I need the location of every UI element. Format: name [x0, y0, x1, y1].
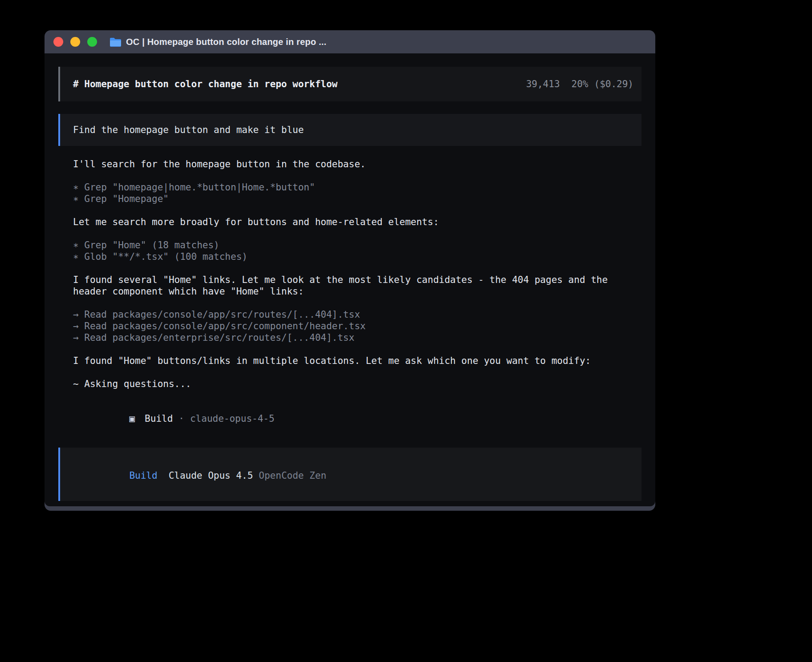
esc-key-hint: esc [120, 506, 137, 506]
folder-icon [110, 37, 122, 47]
active-model-label: Claude Opus 4.5 [169, 470, 253, 481]
transcript-line: I found several "Home" links. Let me loo… [73, 274, 641, 286]
transcript-line: I'll search for the homepage button in t… [73, 158, 641, 170]
tool-call-read: → Read packages/console/app/src/routes/[… [73, 309, 641, 320]
session-stats: 39,41320%($0.29) [526, 78, 633, 90]
tool-call-glob: ∗ Glob "**/*.tsx" (100 matches) [73, 251, 641, 262]
progress-dots: ········ [61, 506, 110, 506]
transcript-line: Let me search more broadly for buttons a… [73, 216, 641, 228]
user-message: Find the homepage button and make it blu… [58, 114, 641, 146]
keybind-commands: ctrl+pcommands [557, 506, 641, 506]
agent-name: Build [145, 413, 173, 424]
terminal-window: OC | Homepage button color change in rep… [45, 30, 655, 511]
window-title: OC | Homepage button color change in rep… [126, 37, 326, 47]
tool-call-read: → Read packages/enterprise/src/routes/[.… [73, 332, 641, 343]
separator-dot: · [179, 413, 184, 424]
prompt-input[interactable]: BuildClaude Opus 4.5OpenCode Zen [58, 448, 641, 501]
status-bar-right: ctrl+tvariants tabagents ctrl+pcommands [380, 506, 641, 506]
session-header: # Homepage button color change in repo w… [58, 67, 641, 101]
keybind-agents: tabagents [483, 506, 539, 506]
status-asking-questions: ~ Asking questions... [73, 378, 641, 390]
tool-call-grep: ∗ Grep "Homepage" [73, 193, 641, 205]
traffic-lights [53, 37, 97, 47]
session-title: # Homepage button color change in repo w… [73, 78, 337, 90]
window-titlebar[interactable]: OC | Homepage button color change in rep… [45, 30, 655, 53]
tool-call-read: → Read packages/console/app/src/componen… [73, 320, 641, 332]
status-bar: ········ esc interrupt ctrl+tvariants ta… [58, 505, 641, 506]
model-info-row: BuildClaude Opus 4.5OpenCode Zen [73, 458, 629, 493]
terminal-screen: # Homepage button color change in repo w… [45, 53, 655, 506]
context-percent: 20% [572, 79, 589, 89]
tool-call-grep: ∗ Grep "homepage|home.*button|Home.*butt… [73, 182, 641, 193]
assistant-transcript: I'll search for the homepage button in t… [73, 158, 641, 436]
active-agent-label: Build [129, 470, 157, 481]
keybind-variants: ctrl+tvariants [380, 506, 465, 506]
tool-call-grep: ∗ Grep "Home" (18 matches) [73, 239, 641, 251]
status-bar-left: ········ esc interrupt [61, 506, 194, 506]
zoom-button[interactable] [87, 37, 97, 47]
transcript-line: header component which have "Home" links… [73, 286, 641, 297]
token-count: 39,413 [526, 79, 560, 89]
provider-label: OpenCode Zen [259, 470, 326, 481]
user-message-text: Find the homepage button and make it blu… [73, 124, 304, 136]
close-button[interactable] [53, 37, 63, 47]
minimize-button[interactable] [70, 37, 80, 47]
agent-model: claude-opus-4-5 [190, 413, 275, 424]
session-cost: ($0.29) [594, 79, 633, 89]
esc-key-label: interrupt [143, 506, 194, 506]
session-content: # Homepage button color change in repo w… [45, 53, 655, 506]
agent-status-row: ▣Build·claude-opus-4-5 [73, 401, 641, 436]
agent-icon: ▣ [129, 413, 135, 424]
transcript-line: I found "Home" buttons/links in multiple… [73, 355, 641, 367]
